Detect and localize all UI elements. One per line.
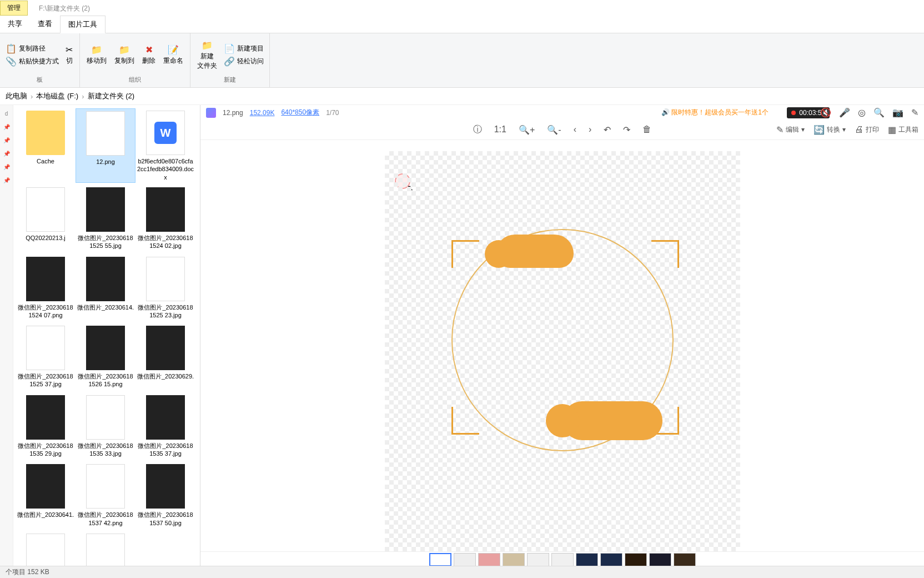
file-item[interactable]: 微信图片_202306181525 55.jpg xyxy=(76,185,135,252)
rename-button[interactable]: 📝重命名 xyxy=(161,43,185,67)
file-item[interactable]: 微信图片_202306181537 42.png xyxy=(76,462,135,529)
file-item[interactable]: b2f6ecfd0e807c6cfa2cc1fedb834009.docx xyxy=(135,108,195,183)
strip-thumb[interactable] xyxy=(625,553,647,566)
pin-icon[interactable]: 📌 xyxy=(3,164,10,172)
promo-banner[interactable]: 🔊 限时特惠！超级会员买一年送1个 xyxy=(661,108,769,117)
mic-icon[interactable]: 🎤 xyxy=(839,107,850,118)
newitem-icon: 📄 xyxy=(224,43,235,54)
group-clipboard-label: 板 xyxy=(37,74,43,85)
sidebar-pins: d 📌 📌 📌 📌 📌 xyxy=(0,105,13,567)
pin-icon[interactable]: 📌 xyxy=(3,177,10,185)
file-name-label: 微信图片_202306181526 15.png xyxy=(77,372,134,388)
file-item[interactable]: 微信图片_202306181535 33.jpg xyxy=(76,393,135,460)
file-item[interactable]: 微信图片_202306181535 29.jpg xyxy=(16,393,76,460)
strip-thumb[interactable] xyxy=(576,553,598,566)
file-item[interactable]: 微信图片_202306181524 02.jpg xyxy=(135,185,195,252)
cut-button[interactable]: ✂切 xyxy=(63,43,75,67)
strip-thumb[interactable] xyxy=(503,553,525,566)
strip-thumb[interactable] xyxy=(454,553,476,566)
strip-thumb[interactable] xyxy=(674,553,696,566)
file-item[interactable]: 12.png xyxy=(76,108,135,183)
pin-icon[interactable]: 📌 xyxy=(3,124,10,132)
strip-thumb[interactable] xyxy=(478,553,500,566)
rotate-left-icon[interactable]: ↶ xyxy=(604,124,611,135)
strip-thumb[interactable] xyxy=(527,553,549,566)
file-item[interactable]: 微信图片_202306181526 15.png xyxy=(76,323,135,391)
pin-icon[interactable]: 📌 xyxy=(3,151,10,158)
breadcrumb-drive[interactable]: 本地磁盘 (F:) xyxy=(36,91,78,101)
thumbnail-strip[interactable] xyxy=(200,551,924,567)
file-item[interactable]: 微信图片_202306181524 07.png xyxy=(16,255,76,322)
brush-icon[interactable]: ✎ xyxy=(911,107,918,118)
mute-icon[interactable]: 🔇 xyxy=(820,107,831,118)
print-button[interactable]: 🖨打印 xyxy=(855,124,879,134)
breadcrumb-folder[interactable]: 新建文件夹 (2) xyxy=(88,91,135,101)
file-item[interactable]: 微信图片_20230629. xyxy=(135,323,195,391)
viewer-dimensions[interactable]: 640*850像素 xyxy=(281,108,319,117)
zoomout-icon[interactable]: 🔍- xyxy=(547,124,561,135)
copyto-icon: 📁 xyxy=(119,44,130,55)
new-item-button[interactable]: 📄新建项目 xyxy=(223,43,265,54)
file-item[interactable]: 微信图片_202306181538 00.png xyxy=(16,531,76,567)
easy-access-button[interactable]: 🔗轻松访问 xyxy=(223,56,265,67)
target-icon[interactable]: ◎ xyxy=(858,107,866,118)
file-item[interactable]: QQ20220213.j xyxy=(16,185,76,252)
ribbon-tab-pictools[interactable]: 图片工具 xyxy=(60,16,106,33)
strip-thumb[interactable] xyxy=(429,553,451,566)
file-item[interactable]: 微信图片_202306181537 50.jpg xyxy=(135,462,195,529)
ribbon-tab-view[interactable]: 查看 xyxy=(30,16,60,33)
file-thumbnail xyxy=(26,464,65,509)
strip-thumb[interactable] xyxy=(600,553,622,566)
ribbon-tab-share[interactable]: 共享 xyxy=(0,16,30,33)
file-item[interactable]: 微信图片_202306181525 23.jpg xyxy=(135,255,195,322)
info-icon[interactable]: ⓘ xyxy=(473,124,482,136)
breadcrumb[interactable]: 此电脑 › 本地磁盘 (F:) › 新建文件夹 (2) xyxy=(0,88,924,105)
delete-button[interactable]: ✖删除 xyxy=(140,43,158,67)
file-thumbnail xyxy=(146,395,185,440)
file-item[interactable]: 微信图片_20230620. xyxy=(76,531,135,567)
viewer-canvas[interactable] xyxy=(200,140,924,551)
file-name-label: 微信图片_20230629. xyxy=(137,372,194,380)
chevron-down-icon: ▾ xyxy=(801,126,805,133)
move-to-button[interactable]: 📁移动到 xyxy=(84,43,109,67)
moveto-icon: 📁 xyxy=(91,44,102,55)
pin-icon[interactable]: 📌 xyxy=(3,137,10,145)
chevron-right-icon: › xyxy=(31,92,33,101)
file-name-label: 微信图片_202306181537 50.jpg xyxy=(137,511,194,527)
next-icon[interactable]: › xyxy=(589,124,591,134)
file-item[interactable]: Cache xyxy=(16,108,76,183)
toolkit-button[interactable]: ▦工具箱 xyxy=(888,124,918,135)
file-name-label: b2f6ecfd0e807c6cfa2cc1fedb834009.docx xyxy=(137,157,194,181)
file-name-label: 微信图片_202306181525 55.jpg xyxy=(77,234,134,250)
file-item[interactable]: 微信图片_202306181535 37.jpg xyxy=(135,393,195,460)
edit-button[interactable]: ✎编辑▾ xyxy=(776,124,805,135)
zoomin-icon[interactable]: 🔍+ xyxy=(519,124,535,135)
pin-icon[interactable]: d xyxy=(5,111,8,118)
new-folder-button[interactable]: 📁新建 文件夹 xyxy=(195,39,219,72)
search-icon[interactable]: 🔍 xyxy=(873,107,885,118)
strip-thumb[interactable] xyxy=(649,553,671,566)
file-name-label: 微信图片_202306181535 37.jpg xyxy=(137,442,194,458)
file-item[interactable]: 微信图片_202306181525 37.jpg xyxy=(16,323,76,391)
onetoone-icon[interactable]: 1:1 xyxy=(494,124,506,134)
breadcrumb-thispc[interactable]: 此电脑 xyxy=(6,91,27,101)
manage-tab[interactable]: 管理 xyxy=(0,1,28,16)
trash-icon[interactable]: 🗑 xyxy=(642,124,651,134)
file-name-label: 微信图片_202306181524 02.jpg xyxy=(137,234,194,250)
copy-path-button[interactable]: 📋复制路径 xyxy=(4,43,60,54)
file-thumbnail xyxy=(86,187,125,232)
viewer-filesize[interactable]: 152.09K xyxy=(250,109,275,117)
file-item[interactable]: 微信图片_20230641. xyxy=(16,462,76,529)
rotate-right-icon[interactable]: ↷ xyxy=(623,124,630,135)
paste-shortcut-button[interactable]: 📎粘贴快捷方式 xyxy=(4,56,60,67)
prev-icon[interactable]: ‹ xyxy=(574,124,576,134)
camera-icon[interactable]: 📷 xyxy=(892,107,903,118)
file-name-label: 微信图片_202306181537 42.png xyxy=(77,511,134,527)
convert-button[interactable]: 🔄转换▾ xyxy=(813,124,846,135)
file-thumbnail xyxy=(86,464,125,509)
strip-thumb[interactable] xyxy=(551,553,574,566)
copy-to-button[interactable]: 📁复制到 xyxy=(112,43,137,67)
file-item[interactable]: 微信图片_20230614. xyxy=(76,255,135,322)
grid-icon: ▦ xyxy=(888,124,896,135)
file-thumbnail xyxy=(26,111,65,155)
